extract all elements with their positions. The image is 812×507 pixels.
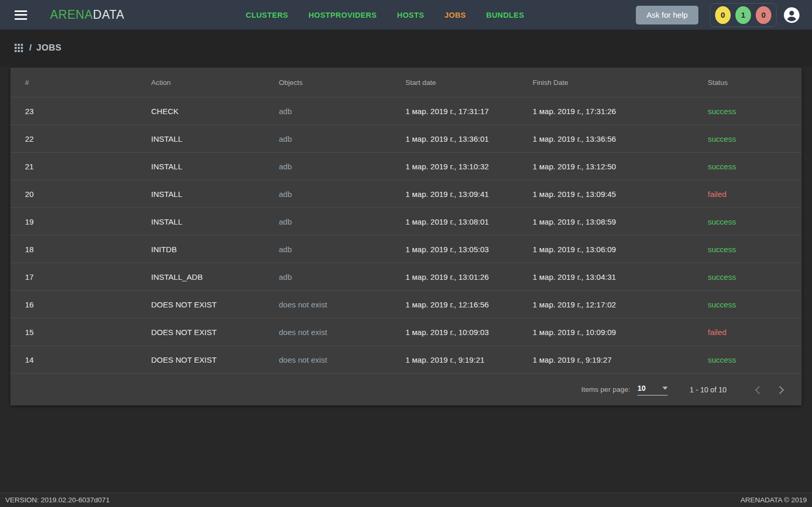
job-start-cell: 1 мар. 2019 г., 13:01:26: [405, 273, 533, 281]
table-row[interactable]: 14 DOES NOT EXIST does not exist 1 мар. …: [10, 345, 802, 373]
table-row[interactable]: 19 INSTALL adb 1 мар. 2019 г., 13:08:01 …: [10, 207, 802, 235]
job-objects-link[interactable]: adb: [279, 217, 405, 226]
column-header-status: Status: [708, 79, 802, 86]
job-action-cell: DOES NOT EXIST: [151, 328, 279, 337]
top-nav: ARENADATA CLUSTERSHOSTPROVIDERSHOSTSJOBS…: [0, 0, 812, 30]
job-objects-link[interactable]: adb: [279, 273, 405, 281]
column-header-finish-date: Finish Date: [533, 79, 708, 86]
job-status-cell: failed: [708, 328, 802, 337]
job-id-cell: 23: [25, 107, 151, 116]
nav-links: CLUSTERSHOSTPROVIDERSHOSTSJOBSBUNDLES: [246, 11, 524, 19]
job-counter-badges[interactable]: 010: [710, 3, 777, 27]
job-start-cell: 1 мар. 2019 г., 13:09:41: [405, 190, 533, 199]
logo[interactable]: ARENADATA: [50, 8, 125, 22]
job-id-cell: 16: [25, 300, 151, 309]
logo-part-green: ARENA: [50, 8, 93, 21]
job-status-cell: success: [708, 355, 802, 364]
job-start-cell: 1 мар. 2019 г., 9:19:21: [405, 355, 533, 364]
job-status-cell: success: [708, 107, 802, 116]
breadcrumb: / JOBS: [0, 30, 812, 66]
table-body: 23 CHECK adb 1 мар. 2019 г., 17:31:17 1 …: [10, 97, 802, 373]
caret-down-icon: [662, 387, 668, 390]
job-status-cell: failed: [708, 190, 802, 199]
table-row[interactable]: 16 DOES NOT EXIST does not exist 1 мар. …: [10, 290, 802, 318]
column-header-id: #: [25, 79, 151, 86]
job-status-cell: success: [708, 300, 802, 309]
job-id-cell: 19: [25, 217, 151, 226]
job-id-cell: 17: [25, 273, 151, 281]
table-row[interactable]: 17 INSTALL_ADB adb 1 мар. 2019 г., 13:01…: [10, 263, 802, 290]
job-status-cell: success: [708, 162, 802, 171]
prev-page-button[interactable]: [752, 384, 764, 396]
column-header-start-date: Start date: [405, 79, 533, 86]
footer: VERSION: 2019.02.20-6037d071 ARENADATA ©…: [0, 492, 812, 507]
next-page-button[interactable]: [774, 384, 787, 396]
job-objects-link[interactable]: does not exist: [279, 328, 405, 337]
job-status-cell: success: [708, 273, 802, 281]
items-per-page-label: Items per page:: [581, 386, 630, 393]
job-finish-cell: 1 мар. 2019 г., 13:04:31: [533, 273, 708, 281]
apps-grid-icon[interactable]: [15, 44, 23, 52]
nav-item-clusters[interactable]: CLUSTERS: [246, 11, 288, 19]
job-id-cell: 15: [25, 328, 151, 337]
job-finish-cell: 1 мар. 2019 г., 13:12:50: [533, 162, 708, 171]
job-objects-link[interactable]: adb: [279, 190, 405, 199]
job-finish-cell: 1 мар. 2019 г., 13:09:45: [533, 190, 708, 199]
job-status-cell: success: [708, 245, 802, 254]
job-status-cell: success: [708, 217, 802, 226]
account-icon[interactable]: [784, 7, 799, 23]
column-header-action: Action: [151, 79, 279, 86]
job-id-cell: 22: [25, 134, 151, 143]
jobs-failed-badge[interactable]: 0: [756, 6, 771, 24]
job-finish-cell: 1 мар. 2019 г., 13:08:59: [533, 217, 708, 226]
job-objects-link[interactable]: adb: [279, 107, 405, 116]
job-objects-link[interactable]: adb: [279, 134, 405, 143]
jobs-success-badge[interactable]: 1: [735, 6, 751, 24]
job-id-cell: 21: [25, 162, 151, 171]
job-objects-link[interactable]: adb: [279, 245, 405, 254]
table-row[interactable]: 23 CHECK adb 1 мар. 2019 г., 17:31:17 1 …: [10, 97, 802, 125]
job-id-cell: 20: [25, 190, 151, 199]
job-start-cell: 1 мар. 2019 г., 10:09:03: [405, 328, 533, 337]
job-objects-link[interactable]: does not exist: [279, 355, 405, 364]
job-finish-cell: 1 мар. 2019 г., 12:17:02: [533, 300, 708, 309]
pagination-bar: Items per page: 10 1 - 10 of 10: [10, 373, 802, 405]
nav-item-bundles[interactable]: BUNDLES: [486, 11, 524, 19]
table-row[interactable]: 22 INSTALL adb 1 мар. 2019 г., 13:36:01 …: [10, 125, 802, 152]
menu-icon[interactable]: [15, 10, 27, 20]
nav-item-jobs[interactable]: JOBS: [445, 11, 466, 19]
nav-item-hostproviders[interactable]: HOSTPROVIDERS: [309, 11, 377, 19]
job-action-cell: DOES NOT EXIST: [151, 355, 279, 364]
job-action-cell: CHECK: [151, 107, 279, 116]
job-start-cell: 1 мар. 2019 г., 13:36:01: [405, 134, 533, 143]
job-start-cell: 1 мар. 2019 г., 12:16:56: [405, 300, 533, 309]
job-action-cell: INSTALL: [151, 217, 279, 226]
version-label: VERSION: 2019.02.20-6037d071: [5, 496, 109, 504]
table-row[interactable]: 15 DOES NOT EXIST does not exist 1 мар. …: [10, 318, 802, 345]
table-row[interactable]: 21 INSTALL adb 1 мар. 2019 г., 13:10:32 …: [10, 152, 802, 180]
job-finish-cell: 1 мар. 2019 г., 17:31:26: [533, 107, 708, 116]
job-finish-cell: 1 мар. 2019 г., 10:09:09: [533, 328, 708, 337]
job-status-cell: success: [708, 134, 802, 143]
breadcrumb-current: JOBS: [36, 43, 61, 53]
jobs-running-badge[interactable]: 0: [715, 6, 731, 24]
breadcrumb-separator: /: [29, 43, 32, 53]
table-header-row: #ActionObjectsStart dateFinish DateStatu…: [10, 68, 802, 97]
nav-item-hosts[interactable]: HOSTS: [397, 11, 424, 19]
logo-part-white: DATA: [93, 8, 124, 21]
job-action-cell: INSTALL_ADB: [151, 273, 279, 281]
job-action-cell: INSTALL: [151, 134, 279, 143]
job-id-cell: 14: [25, 355, 151, 364]
job-objects-link[interactable]: adb: [279, 162, 405, 171]
table-row[interactable]: 20 INSTALL adb 1 мар. 2019 г., 13:09:41 …: [10, 180, 802, 207]
job-finish-cell: 1 мар. 2019 г., 13:06:09: [533, 245, 708, 254]
items-per-page-select[interactable]: 10: [637, 384, 668, 395]
job-action-cell: INSTALL: [151, 190, 279, 199]
table-row[interactable]: 18 INITDB adb 1 мар. 2019 г., 13:05:03 1…: [10, 235, 802, 263]
copyright-label: ARENADATA © 2019: [741, 496, 807, 504]
job-objects-link[interactable]: does not exist: [279, 300, 405, 309]
ask-for-help-button[interactable]: Ask for help: [636, 6, 698, 24]
items-per-page-value: 10: [637, 384, 646, 392]
job-start-cell: 1 мар. 2019 г., 13:05:03: [405, 245, 533, 254]
job-action-cell: DOES NOT EXIST: [151, 300, 279, 309]
